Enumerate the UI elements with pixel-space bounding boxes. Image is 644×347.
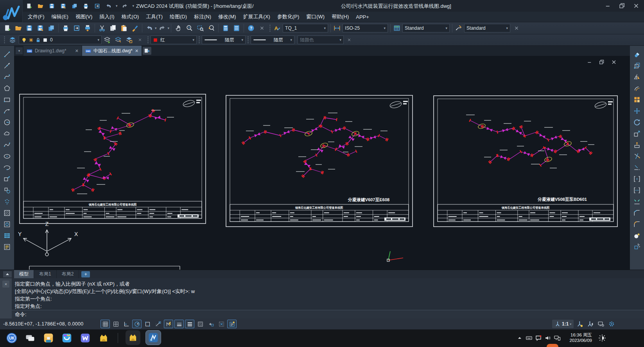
toolbar-close-icon[interactable] <box>511 23 522 34</box>
undo-button[interactable] <box>144 23 155 34</box>
layout-tab-1[interactable]: 布局1 <box>34 270 57 279</box>
zoomprev-button[interactable] <box>206 23 217 34</box>
command-panel[interactable]: × 指定窗口的角点，输入比例因子 (nX 或 nXP)，或者 [全部(A)/中心… <box>0 278 644 318</box>
draw-arc-button[interactable] <box>1 106 13 116</box>
mdi-close-icon[interactable] <box>610 59 617 66</box>
new-drawing-tab-icon[interactable] <box>143 47 151 55</box>
modify-mirror-button[interactable] <box>631 72 643 82</box>
modify-fillet-button[interactable] <box>631 219 643 229</box>
paste-button[interactable] <box>118 23 129 34</box>
auto-annotation-icon[interactable] <box>586 320 595 328</box>
hidden-window-peek[interactable] <box>547 344 558 347</box>
qa-undo-icon[interactable] <box>104 2 112 10</box>
command-input[interactable]: 命令: <box>12 310 644 318</box>
modify-break-button[interactable] <box>631 185 643 195</box>
draw-circle-button[interactable] <box>1 117 13 127</box>
tab-close-icon[interactable]: ✕ <box>75 48 79 54</box>
status-toggle-tosnap[interactable] <box>143 320 152 328</box>
modify-trim-button[interactable] <box>631 151 643 161</box>
menu-item-11[interactable]: 窗口(W) <box>303 12 328 22</box>
status-toggle-tlines[interactable] <box>185 320 194 328</box>
layer-previous-button[interactable] <box>102 35 113 45</box>
status-toggle-tdyn[interactable] <box>164 320 173 328</box>
qa-open-icon[interactable] <box>36 2 44 10</box>
menu-item-3[interactable]: 插入(I) <box>96 12 118 22</box>
draw-ellarc-button[interactable] <box>1 163 13 173</box>
start-menu-button[interactable]: UK <box>5 331 18 345</box>
status-toggle-tqin[interactable] <box>206 320 215 328</box>
menu-item-7[interactable]: 标注(N) <box>190 12 215 22</box>
menu-item-5[interactable]: 工具(T) <box>142 12 166 22</box>
layer-manager-button[interactable] <box>7 35 18 45</box>
draw-region-button[interactable] <box>1 219 13 229</box>
modify-stretch-button[interactable] <box>631 140 643 150</box>
zoomrt-button[interactable] <box>184 23 195 34</box>
modify-array-button[interactable] <box>631 95 643 105</box>
modify-erase-button[interactable] <box>631 49 643 59</box>
draw-revcloud-button[interactable] <box>1 129 13 139</box>
status-toggle-tortho[interactable] <box>122 320 131 328</box>
layout-tab-0[interactable]: 模型 <box>14 270 34 279</box>
modify-rotate-button[interactable] <box>631 117 643 127</box>
layer-on-icon[interactable] <box>21 37 27 43</box>
task-view-button[interactable] <box>23 331 37 345</box>
dropdown-caret-icon[interactable]: ▾ <box>116 2 118 10</box>
table-style-combo[interactable]: Standard▾ <box>402 24 450 32</box>
layer-toolbar-close-icon[interactable] <box>135 35 145 45</box>
mleader-style-combo[interactable]: Standard▾ <box>464 24 510 32</box>
annotation-scale-control[interactable]: 1:1 ▾ <box>552 320 574 328</box>
document-tab-1[interactable]: DWG中国石...线图.dwg*✕ <box>82 46 142 56</box>
status-toggle-tanno[interactable] <box>227 320 237 328</box>
status-toggle-tcycle[interactable] <box>217 320 226 328</box>
draw-mkblock-button[interactable] <box>1 185 13 195</box>
layout-expand-icon[interactable] <box>3 271 12 277</box>
props-button[interactable] <box>231 23 242 34</box>
status-toggle-tpolar[interactable] <box>132 320 142 328</box>
draw-hatch-button[interactable] <box>1 208 13 218</box>
modify-offset-button[interactable] <box>631 83 643 93</box>
modify-explode-button[interactable] <box>631 242 643 252</box>
zoomwin-button[interactable] <box>195 23 206 34</box>
drawing-sheet-3[interactable]: 分凝液罐V508至泵BD601 镇海石化建安工程有限公司管道单线图 <box>433 95 618 227</box>
theme-toggle-icon[interactable] <box>597 333 607 343</box>
qa-new-icon[interactable] <box>25 2 33 10</box>
zwcad-logo[interactable] <box>0 0 23 22</box>
new-button[interactable] <box>2 23 13 34</box>
properties-toolbar-close-icon[interactable] <box>344 35 355 45</box>
draw-pline-button[interactable] <box>1 72 13 82</box>
modify-move-button[interactable] <box>631 106 643 116</box>
status-toggle-tgrid[interactable] <box>100 320 110 328</box>
status-settings-gear-icon[interactable] <box>607 320 616 328</box>
modify-join-button[interactable] <box>631 197 643 207</box>
workspace-switch-icon[interactable] <box>597 320 605 328</box>
qa-preview-icon[interactable] <box>93 2 101 10</box>
lineweight-combo[interactable]: 随层▾ <box>251 36 294 44</box>
drawing-canvas[interactable]: 镇海石化建安工程有限公司管道单线图 分凝液罐V607至E608 镇海石化建安工程… <box>14 56 630 270</box>
qa-save-icon[interactable] <box>48 2 56 10</box>
running-browser-task[interactable] <box>126 330 140 345</box>
drawing-sheet-2[interactable]: 分凝液罐V607至E608 镇海石化建安工程有限公司管道单线图 <box>226 95 413 227</box>
saveas-button[interactable] <box>35 23 46 34</box>
tray-expand-icon[interactable] <box>516 334 523 342</box>
draw-insblock-button[interactable] <box>1 174 13 184</box>
draw-rect-button[interactable] <box>1 95 13 105</box>
command-panel-grip[interactable]: × <box>0 278 12 318</box>
calc-button[interactable] <box>220 23 231 34</box>
preview-button[interactable] <box>71 23 82 34</box>
modify-blend-button[interactable] <box>631 231 643 241</box>
notification-tray-icon[interactable] <box>535 334 542 342</box>
tab-list-dropdown-icon[interactable]: ▾ <box>16 47 23 54</box>
status-toggle-totrack[interactable] <box>153 320 163 328</box>
redo-button[interactable] <box>157 23 168 34</box>
modify-chamfer-button[interactable] <box>631 208 643 218</box>
wps-writer-icon[interactable] <box>79 331 92 345</box>
help-button[interactable]: ? <box>246 23 257 34</box>
dropdown-caret-icon[interactable]: ▾ <box>133 2 135 10</box>
volume-tray-icon[interactable] <box>544 334 551 342</box>
menu-item-1[interactable]: 编辑(E) <box>48 12 72 22</box>
document-tab-0[interactable]: DWGDrawing1.dwg*✕ <box>23 46 82 56</box>
mdi-restore-icon[interactable] <box>598 59 605 66</box>
network-tray-icon[interactable] <box>554 334 561 342</box>
linetype-combo[interactable]: 随层▾ <box>202 36 246 44</box>
draw-ellipse-button[interactable] <box>1 151 13 161</box>
